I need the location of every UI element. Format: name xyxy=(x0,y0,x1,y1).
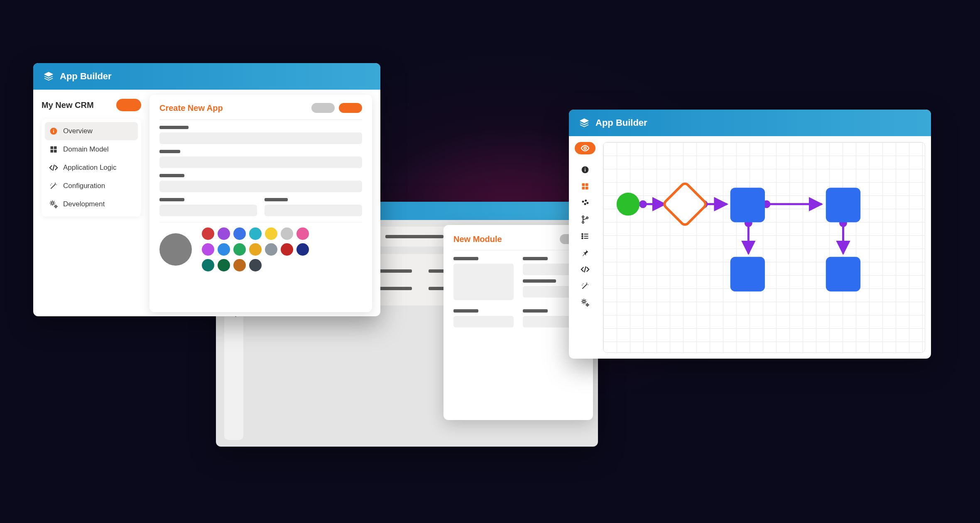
svg-point-23 xyxy=(585,200,587,202)
flow-diagram xyxy=(603,142,925,352)
svg-rect-17 xyxy=(585,168,586,169)
sidebar-item-application-logic[interactable]: Application Logic xyxy=(45,159,138,177)
sidebar-item-label: Overview xyxy=(63,127,93,135)
flow-task-node[interactable] xyxy=(826,257,860,291)
create-app-form xyxy=(159,126,362,271)
titlebar-left: App Builder xyxy=(33,63,380,90)
sidebar-item-label: Application Logic xyxy=(63,164,117,172)
flow-canvas[interactable] xyxy=(603,142,925,353)
app-builder-window-right: App Builder xyxy=(569,110,931,359)
color-swatch[interactable] xyxy=(281,243,293,256)
flow-decision-node[interactable] xyxy=(663,182,707,227)
svg-point-14 xyxy=(584,147,586,149)
color-swatch[interactable] xyxy=(202,227,214,240)
project-name: My New CRM xyxy=(42,100,94,110)
code-icon xyxy=(49,163,58,172)
window-title: App Builder xyxy=(60,71,112,82)
flow-task-node[interactable] xyxy=(826,188,860,222)
svg-point-26 xyxy=(582,216,584,218)
gears-icon xyxy=(49,200,58,209)
svg-point-36 xyxy=(586,304,588,305)
project-status-toggle[interactable] xyxy=(116,99,141,111)
color-swatch[interactable] xyxy=(265,227,277,240)
svg-point-29 xyxy=(582,234,583,235)
window-title: App Builder xyxy=(595,117,647,128)
grid-icon[interactable] xyxy=(579,180,591,193)
color-swatch[interactable] xyxy=(218,259,230,271)
svg-point-35 xyxy=(583,301,586,303)
titlebar-right: App Builder xyxy=(569,110,931,136)
flow-task-node[interactable] xyxy=(730,257,765,291)
color-swatch[interactable] xyxy=(233,227,246,240)
preview-toggle[interactable] xyxy=(575,142,595,154)
svg-rect-19 xyxy=(586,183,588,186)
panel-toggle-on[interactable] xyxy=(339,103,362,113)
panel-toggle-off[interactable] xyxy=(311,103,335,113)
wand-icon[interactable] xyxy=(579,280,591,292)
create-app-panel: Create New App xyxy=(149,95,372,312)
layers-icon xyxy=(43,71,54,82)
wand-icon xyxy=(49,181,58,191)
svg-rect-18 xyxy=(582,183,585,186)
color-swatch[interactable] xyxy=(281,227,293,240)
color-swatch[interactable] xyxy=(249,227,262,240)
color-swatch[interactable] xyxy=(265,243,277,256)
svg-point-27 xyxy=(582,222,584,223)
panel-title: Create New App xyxy=(159,103,223,113)
svg-point-28 xyxy=(586,217,588,219)
color-swatch[interactable] xyxy=(202,243,214,256)
module-field[interactable] xyxy=(453,316,514,327)
sidebar-item-label: Configuration xyxy=(63,182,105,190)
svg-point-33 xyxy=(582,238,583,239)
sidebar-item-label: Development xyxy=(63,200,105,208)
module-field[interactable] xyxy=(453,264,514,300)
svg-rect-21 xyxy=(586,187,588,190)
color-swatch[interactable] xyxy=(233,259,246,271)
new-module-title: New Module xyxy=(453,235,502,244)
info-icon xyxy=(49,127,58,136)
svg-point-12 xyxy=(51,202,54,205)
color-swatch[interactable] xyxy=(218,227,230,240)
color-swatch[interactable] xyxy=(249,243,262,256)
layers-icon xyxy=(579,117,590,128)
pin-icon[interactable] xyxy=(579,247,591,259)
svg-rect-16 xyxy=(585,169,586,171)
flow-task-node[interactable] xyxy=(730,188,765,222)
color-swatch[interactable] xyxy=(202,259,214,271)
list-icon[interactable] xyxy=(579,230,591,242)
sidebar-nav: OverviewDomain ModelApplication LogicCon… xyxy=(42,119,141,217)
color-picker xyxy=(159,222,362,271)
svg-point-37 xyxy=(640,201,646,207)
sidebar-item-configuration[interactable]: Configuration xyxy=(45,177,138,195)
flow-tool-rail xyxy=(569,136,601,359)
color-swatch-grid xyxy=(202,227,309,271)
grid-icon xyxy=(49,145,58,154)
code-icon[interactable] xyxy=(579,263,591,276)
svg-rect-20 xyxy=(582,187,585,190)
svg-point-24 xyxy=(584,203,586,205)
color-swatch[interactable] xyxy=(233,243,246,256)
svg-rect-10 xyxy=(51,150,54,153)
sidebar-item-development[interactable]: Development xyxy=(45,195,138,213)
sidebar-item-label: Domain Model xyxy=(63,145,109,154)
gears-icon[interactable] xyxy=(579,296,591,309)
color-swatch[interactable] xyxy=(296,227,309,240)
svg-rect-8 xyxy=(51,147,54,149)
project-sidebar: My New CRM OverviewDomain ModelApplicati… xyxy=(42,99,149,316)
svg-rect-7 xyxy=(53,129,54,130)
cluster-icon[interactable] xyxy=(579,197,591,209)
svg-point-25 xyxy=(586,202,588,204)
svg-rect-6 xyxy=(53,130,54,133)
info-icon[interactable] xyxy=(579,164,591,176)
svg-rect-9 xyxy=(54,147,57,149)
color-swatch[interactable] xyxy=(249,259,262,271)
flow-start-node[interactable] xyxy=(617,193,640,216)
branch-icon[interactable] xyxy=(579,213,591,226)
color-swatch[interactable] xyxy=(218,243,230,256)
color-swatch[interactable] xyxy=(296,243,309,256)
sidebar-item-domain-model[interactable]: Domain Model xyxy=(45,140,138,159)
svg-point-22 xyxy=(582,200,584,203)
sidebar-item-overview[interactable]: Overview xyxy=(45,122,138,140)
selected-color-swatch xyxy=(159,233,192,266)
svg-point-31 xyxy=(582,236,583,237)
